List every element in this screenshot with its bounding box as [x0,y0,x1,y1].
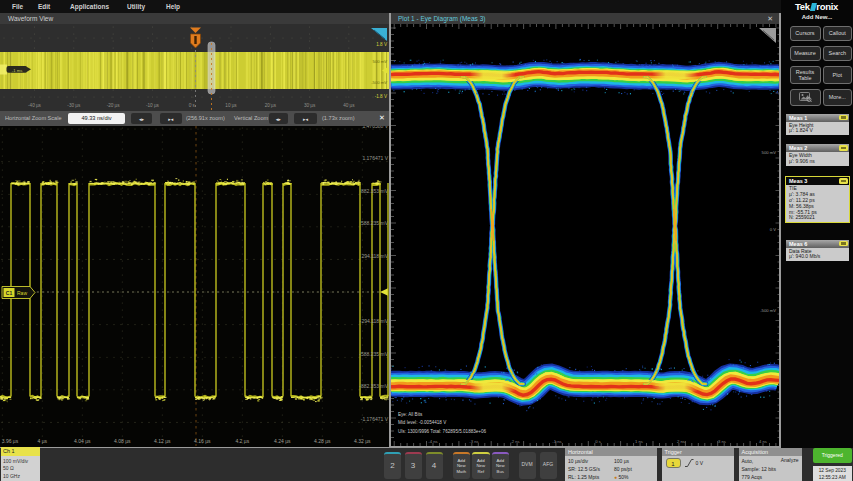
svg-text:4.32 µs: 4.32 µs [354,438,371,444]
svg-text:588.235 mV: 588.235 mV [361,220,389,226]
svg-text:0 s: 0 s [595,439,601,444]
svg-text:3 ns: 3 ns [718,439,726,444]
svg-text:-1.8 V: -1.8 V [375,94,388,99]
svg-text:294.118 mV: 294.118 mV [361,253,388,259]
svg-text:10 µs: 10 µs [225,103,237,108]
svg-text:-882.353 mV: -882.353 mV [359,383,388,389]
svg-text:Eye: All Bits: Eye: All Bits [398,412,423,417]
svg-text:-500 mV: -500 mV [760,308,776,313]
svg-text:-3 ns: -3 ns [469,439,478,444]
svg-text:-30 µs: -30 µs [67,103,81,108]
svg-text:40 µs: 40 µs [343,103,355,108]
svg-text:1.8 V: 1.8 V [376,42,388,47]
svg-text:1.176471 V: 1.176471 V [362,155,388,161]
svg-text:-500 mV: -500 mV [371,80,387,85]
svg-text:-40 µs: -40 µs [28,103,42,108]
svg-text:500 mV: 500 mV [762,150,777,155]
svg-text:Raw: Raw [17,290,27,296]
svg-text:0 s: 0 s [189,103,196,108]
svg-text:-20 µs: -20 µs [107,103,121,108]
svg-text:3.96 µs: 3.96 µs [2,438,19,444]
svg-text:1.470588 V: 1.470588 V [362,126,388,129]
svg-text:-1 ms: -1 ms [12,68,22,73]
svg-text:Mid level: -0.0054418 V: Mid level: -0.0054418 V [398,420,447,425]
svg-text:4.16 µs: 4.16 µs [194,438,211,444]
svg-text:1 ns: 1 ns [635,439,643,444]
svg-text:4.12 µs: 4.12 µs [154,438,171,444]
svg-text:-10 µs: -10 µs [146,103,160,108]
svg-text:0 V: 0 V [770,227,776,232]
svg-text:4.24 µs: 4.24 µs [274,438,291,444]
svg-text:882.353 mV: 882.353 mV [361,188,389,194]
svg-text:-588.235 mV: -588.235 mV [359,351,388,357]
svg-text:4 µs: 4 µs [38,438,48,444]
svg-text:UIs: 1300/9996 Total: 762: UIs: 1300/9996 Total: 762895/5.01883e+06 [398,429,487,434]
svg-text:4.04 µs: 4.04 µs [74,438,91,444]
svg-text:-1.176471 V: -1.176471 V [361,416,389,422]
svg-text:2 ns: 2 ns [677,439,685,444]
svg-text:20 µs: 20 µs [265,103,277,108]
svg-text:4.28 µs: 4.28 µs [314,438,331,444]
svg-text:4.2 µs: 4.2 µs [235,438,249,444]
svg-text:30 µs: 30 µs [304,103,316,108]
svg-text:-294.118 mV: -294.118 mV [360,318,389,324]
svg-text:C1: C1 [6,290,13,296]
svg-text:-1 ns: -1 ns [552,439,561,444]
svg-text:-2 ns: -2 ns [510,439,519,444]
svg-text:4 ns: 4 ns [759,439,767,444]
svg-text:4.08 µs: 4.08 µs [114,438,131,444]
svg-text:-4 ns: -4 ns [428,439,437,444]
svg-text:500 mV: 500 mV [373,59,388,64]
